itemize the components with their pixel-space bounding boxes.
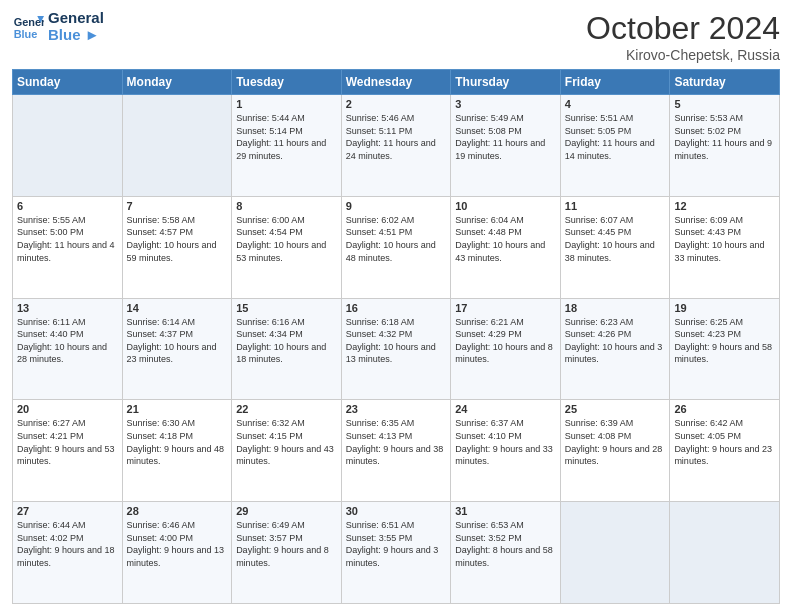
calendar-cell: 17Sunrise: 6:21 AMSunset: 4:29 PMDayligh… [451, 298, 561, 400]
calendar-cell: 18Sunrise: 6:23 AMSunset: 4:26 PMDayligh… [560, 298, 670, 400]
calendar-table: SundayMondayTuesdayWednesdayThursdayFrid… [12, 69, 780, 604]
calendar-cell: 16Sunrise: 6:18 AMSunset: 4:32 PMDayligh… [341, 298, 451, 400]
cell-info: Sunrise: 6:30 AMSunset: 4:18 PMDaylight:… [127, 417, 228, 467]
calendar-cell: 13Sunrise: 6:11 AMSunset: 4:40 PMDayligh… [13, 298, 123, 400]
date-number: 24 [455, 403, 556, 415]
day-header-wednesday: Wednesday [341, 70, 451, 95]
date-number: 5 [674, 98, 775, 110]
cell-info: Sunrise: 5:51 AMSunset: 5:05 PMDaylight:… [565, 112, 666, 162]
calendar-cell: 8Sunrise: 6:00 AMSunset: 4:54 PMDaylight… [232, 196, 342, 298]
calendar-cell: 19Sunrise: 6:25 AMSunset: 4:23 PMDayligh… [670, 298, 780, 400]
date-number: 23 [346, 403, 447, 415]
date-number: 21 [127, 403, 228, 415]
calendar-cell: 3Sunrise: 5:49 AMSunset: 5:08 PMDaylight… [451, 95, 561, 197]
calendar-cell: 28Sunrise: 6:46 AMSunset: 4:00 PMDayligh… [122, 502, 232, 604]
day-header-sunday: Sunday [13, 70, 123, 95]
week-row-1: 1Sunrise: 5:44 AMSunset: 5:14 PMDaylight… [13, 95, 780, 197]
calendar-cell: 9Sunrise: 6:02 AMSunset: 4:51 PMDaylight… [341, 196, 451, 298]
calendar-cell: 2Sunrise: 5:46 AMSunset: 5:11 PMDaylight… [341, 95, 451, 197]
date-number: 13 [17, 302, 118, 314]
cell-info: Sunrise: 5:58 AMSunset: 4:57 PMDaylight:… [127, 214, 228, 264]
calendar-cell: 24Sunrise: 6:37 AMSunset: 4:10 PMDayligh… [451, 400, 561, 502]
cell-info: Sunrise: 6:07 AMSunset: 4:45 PMDaylight:… [565, 214, 666, 264]
calendar-cell: 7Sunrise: 5:58 AMSunset: 4:57 PMDaylight… [122, 196, 232, 298]
cell-info: Sunrise: 6:23 AMSunset: 4:26 PMDaylight:… [565, 316, 666, 366]
calendar-cell: 23Sunrise: 6:35 AMSunset: 4:13 PMDayligh… [341, 400, 451, 502]
calendar-cell [670, 502, 780, 604]
cell-info: Sunrise: 6:39 AMSunset: 4:08 PMDaylight:… [565, 417, 666, 467]
cell-info: Sunrise: 6:16 AMSunset: 4:34 PMDaylight:… [236, 316, 337, 366]
cell-info: Sunrise: 6:09 AMSunset: 4:43 PMDaylight:… [674, 214, 775, 264]
date-number: 14 [127, 302, 228, 314]
calendar-cell: 6Sunrise: 5:55 AMSunset: 5:00 PMDaylight… [13, 196, 123, 298]
date-number: 31 [455, 505, 556, 517]
calendar-cell: 20Sunrise: 6:27 AMSunset: 4:21 PMDayligh… [13, 400, 123, 502]
cell-info: Sunrise: 6:02 AMSunset: 4:51 PMDaylight:… [346, 214, 447, 264]
cell-info: Sunrise: 5:49 AMSunset: 5:08 PMDaylight:… [455, 112, 556, 162]
calendar-cell [13, 95, 123, 197]
date-number: 15 [236, 302, 337, 314]
cell-info: Sunrise: 6:18 AMSunset: 4:32 PMDaylight:… [346, 316, 447, 366]
cell-info: Sunrise: 6:44 AMSunset: 4:02 PMDaylight:… [17, 519, 118, 569]
cell-info: Sunrise: 6:37 AMSunset: 4:10 PMDaylight:… [455, 417, 556, 467]
cell-info: Sunrise: 6:27 AMSunset: 4:21 PMDaylight:… [17, 417, 118, 467]
date-number: 25 [565, 403, 666, 415]
page-header: General Blue General Blue ► October 2024… [12, 10, 780, 63]
week-row-2: 6Sunrise: 5:55 AMSunset: 5:00 PMDaylight… [13, 196, 780, 298]
date-number: 20 [17, 403, 118, 415]
cell-info: Sunrise: 6:51 AMSunset: 3:55 PMDaylight:… [346, 519, 447, 569]
cell-info: Sunrise: 5:44 AMSunset: 5:14 PMDaylight:… [236, 112, 337, 162]
logo-icon: General Blue [12, 11, 44, 43]
date-number: 3 [455, 98, 556, 110]
calendar-cell: 29Sunrise: 6:49 AMSunset: 3:57 PMDayligh… [232, 502, 342, 604]
calendar-cell: 12Sunrise: 6:09 AMSunset: 4:43 PMDayligh… [670, 196, 780, 298]
calendar-cell: 22Sunrise: 6:32 AMSunset: 4:15 PMDayligh… [232, 400, 342, 502]
date-number: 4 [565, 98, 666, 110]
date-number: 7 [127, 200, 228, 212]
calendar-cell [560, 502, 670, 604]
cell-info: Sunrise: 6:21 AMSunset: 4:29 PMDaylight:… [455, 316, 556, 366]
date-number: 18 [565, 302, 666, 314]
cell-info: Sunrise: 6:00 AMSunset: 4:54 PMDaylight:… [236, 214, 337, 264]
date-number: 2 [346, 98, 447, 110]
cell-info: Sunrise: 6:11 AMSunset: 4:40 PMDaylight:… [17, 316, 118, 366]
calendar-subtitle: Kirovo-Chepetsk, Russia [586, 47, 780, 63]
date-number: 29 [236, 505, 337, 517]
cell-info: Sunrise: 6:25 AMSunset: 4:23 PMDaylight:… [674, 316, 775, 366]
date-number: 16 [346, 302, 447, 314]
calendar-cell: 21Sunrise: 6:30 AMSunset: 4:18 PMDayligh… [122, 400, 232, 502]
calendar-cell: 10Sunrise: 6:04 AMSunset: 4:48 PMDayligh… [451, 196, 561, 298]
cell-info: Sunrise: 6:04 AMSunset: 4:48 PMDaylight:… [455, 214, 556, 264]
date-number: 30 [346, 505, 447, 517]
svg-text:Blue: Blue [14, 27, 38, 39]
day-header-saturday: Saturday [670, 70, 780, 95]
calendar-cell: 31Sunrise: 6:53 AMSunset: 3:52 PMDayligh… [451, 502, 561, 604]
cell-info: Sunrise: 6:49 AMSunset: 3:57 PMDaylight:… [236, 519, 337, 569]
date-number: 19 [674, 302, 775, 314]
cell-info: Sunrise: 6:53 AMSunset: 3:52 PMDaylight:… [455, 519, 556, 569]
day-header-tuesday: Tuesday [232, 70, 342, 95]
calendar-cell: 26Sunrise: 6:42 AMSunset: 4:05 PMDayligh… [670, 400, 780, 502]
date-number: 11 [565, 200, 666, 212]
calendar-cell: 30Sunrise: 6:51 AMSunset: 3:55 PMDayligh… [341, 502, 451, 604]
date-number: 6 [17, 200, 118, 212]
day-header-friday: Friday [560, 70, 670, 95]
calendar-title: October 2024 [586, 10, 780, 47]
calendar-cell: 27Sunrise: 6:44 AMSunset: 4:02 PMDayligh… [13, 502, 123, 604]
date-number: 17 [455, 302, 556, 314]
day-header-thursday: Thursday [451, 70, 561, 95]
logo-general: General [48, 10, 104, 27]
calendar-cell: 15Sunrise: 6:16 AMSunset: 4:34 PMDayligh… [232, 298, 342, 400]
calendar-cell: 4Sunrise: 5:51 AMSunset: 5:05 PMDaylight… [560, 95, 670, 197]
date-number: 1 [236, 98, 337, 110]
date-number: 26 [674, 403, 775, 415]
cell-info: Sunrise: 6:32 AMSunset: 4:15 PMDaylight:… [236, 417, 337, 467]
date-number: 22 [236, 403, 337, 415]
cell-info: Sunrise: 6:35 AMSunset: 4:13 PMDaylight:… [346, 417, 447, 467]
cell-info: Sunrise: 5:55 AMSunset: 5:00 PMDaylight:… [17, 214, 118, 264]
week-row-4: 20Sunrise: 6:27 AMSunset: 4:21 PMDayligh… [13, 400, 780, 502]
week-row-3: 13Sunrise: 6:11 AMSunset: 4:40 PMDayligh… [13, 298, 780, 400]
calendar-cell: 1Sunrise: 5:44 AMSunset: 5:14 PMDaylight… [232, 95, 342, 197]
cell-info: Sunrise: 5:53 AMSunset: 5:02 PMDaylight:… [674, 112, 775, 162]
date-number: 10 [455, 200, 556, 212]
